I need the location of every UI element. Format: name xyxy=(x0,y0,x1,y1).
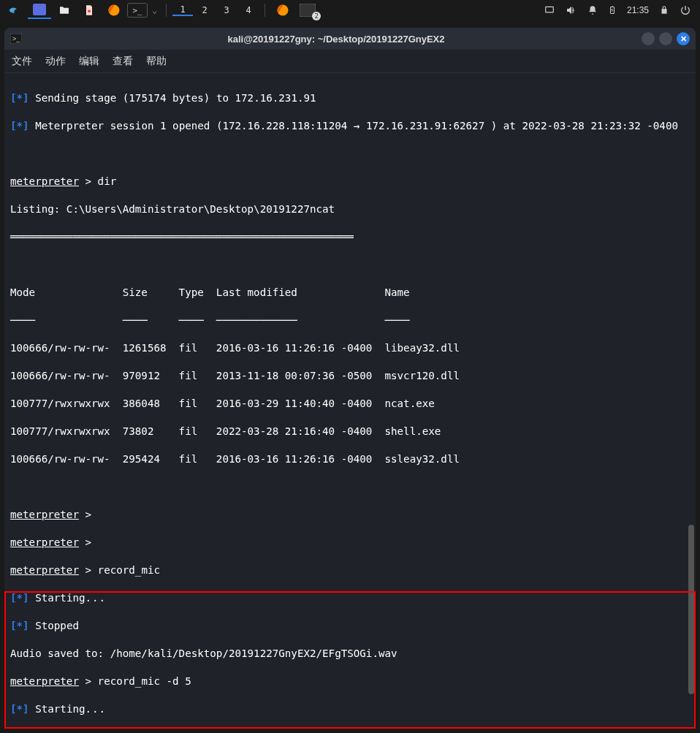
tray-monitor-icon[interactable] xyxy=(544,5,555,15)
terminal-line: Listing: C:\Users\Administrator\Desktop\… xyxy=(10,202,690,216)
terminal-line: meterpreter > xyxy=(10,536,690,550)
separator xyxy=(265,4,265,17)
svg-rect-5 xyxy=(546,7,554,12)
text-editor-icon[interactable] xyxy=(77,1,101,19)
window-controls: ✕ xyxy=(642,32,690,45)
svg-text:>_: >_ xyxy=(12,35,20,42)
terminal-line: meterpreter > xyxy=(10,508,690,522)
maximize-button[interactable] xyxy=(659,32,672,45)
terminal-line: Audio saved to: /home/kali/Desktop/20191… xyxy=(10,647,690,661)
files-icon[interactable] xyxy=(53,1,76,19)
power-icon[interactable] xyxy=(680,4,691,16)
menubar: 文件 动作 编辑 查看 帮助 xyxy=(4,50,696,73)
menu-edit[interactable]: 编辑 xyxy=(79,55,99,68)
lock-icon[interactable] xyxy=(659,4,669,16)
workspace-3[interactable]: 3 xyxy=(216,5,237,15)
terminal-task-icon[interactable]: 2 xyxy=(296,1,319,19)
terminal-line: [*] Starting xyxy=(10,591,690,605)
menu-view[interactable]: 查看 xyxy=(113,55,133,68)
terminal-line: [*] Stopped xyxy=(10,619,690,633)
volume-icon[interactable] xyxy=(566,4,577,16)
taskbar-left: >_ ⌄ 1 2 3 4 2 xyxy=(3,1,544,19)
table-row: 100777/rwxrwxrwx 386048 fil 2016-03-29 1… xyxy=(10,397,690,411)
taskbar: >_ ⌄ 1 2 3 4 2 21:35 xyxy=(0,0,700,20)
badge-count: 2 xyxy=(312,12,321,20)
separator xyxy=(166,4,167,17)
terminal-content[interactable]: [*] Sending stage (175174 bytes) to 172.… xyxy=(4,73,696,729)
table-row: 100666/rw-rw-rw- 1261568 fil 2016-03-16 … xyxy=(10,341,690,355)
app-icon-1[interactable] xyxy=(28,1,51,19)
minimize-button[interactable] xyxy=(642,32,655,45)
scrollbar-thumb[interactable] xyxy=(688,525,694,694)
workspace-1[interactable]: 1 xyxy=(172,4,193,16)
terminal-titlebar-icon: >_ xyxy=(10,34,25,44)
window-title: kali@20191227gny: ~/Desktop/20191227GnyE… xyxy=(31,34,642,45)
table-row: 100666/rw-rw-rw- 970912 fil 2013-11-18 0… xyxy=(10,369,690,383)
terminal-line xyxy=(10,258,690,272)
terminal-launcher-icon[interactable]: >_ xyxy=(127,3,148,18)
terminal-line xyxy=(10,480,690,494)
workspace-4[interactable]: 4 xyxy=(238,5,259,15)
svg-point-1 xyxy=(88,10,91,12)
clock[interactable]: 21:35 xyxy=(627,5,649,15)
scrollbar[interactable] xyxy=(688,101,694,707)
notifications-icon[interactable] xyxy=(587,4,598,16)
firefox-task-icon[interactable] xyxy=(271,1,294,19)
menu-file[interactable]: 文件 xyxy=(12,55,32,68)
terminal-line: [*] Starting xyxy=(10,702,690,716)
menu-help[interactable]: 帮助 xyxy=(146,55,167,68)
terminal-line: [*] Meterpreter session 1 opened (172.16… xyxy=(10,119,690,133)
terminal-line: meterpreter > dir xyxy=(10,175,690,189)
kali-menu-icon[interactable] xyxy=(3,1,26,19)
terminal-line: meterpreter > record_mic -d 5 xyxy=(10,675,690,688)
svg-rect-0 xyxy=(33,4,46,15)
table-row: 100666/rw-rw-rw- 295424 fil 2016-03-16 1… xyxy=(10,452,690,466)
workspace-2[interactable]: 2 xyxy=(194,5,215,15)
terminal-line: Mode Size Type Last modified Name xyxy=(10,286,690,300)
terminal-line xyxy=(10,147,690,161)
terminal-window: >_ kali@20191227gny: ~/Desktop/20191227G… xyxy=(4,28,696,729)
terminal-line: [*] Sending stage (175174 bytes) to 172.… xyxy=(10,91,690,105)
svg-rect-7 xyxy=(612,7,613,7)
dropdown-arrow-icon[interactable]: ⌄ xyxy=(152,5,157,15)
menu-actions[interactable]: 动作 xyxy=(45,55,66,68)
terminal-line: meterpreter > record_mic xyxy=(10,563,690,577)
close-button[interactable]: ✕ xyxy=(677,32,690,45)
titlebar[interactable]: >_ kali@20191227gny: ~/Desktop/20191227G… xyxy=(4,28,696,50)
terminal-line: ════════════════════════════════════════… xyxy=(10,230,690,244)
firefox-icon[interactable] xyxy=(102,1,126,19)
taskbar-right: 21:35 xyxy=(544,4,697,17)
table-row: 100777/rwxrwxrwx 73802 fil 2022-03-28 21… xyxy=(10,425,690,438)
battery-icon[interactable] xyxy=(608,4,617,17)
terminal-line: ──── ──── ──── ───────────── ──── xyxy=(10,314,690,327)
